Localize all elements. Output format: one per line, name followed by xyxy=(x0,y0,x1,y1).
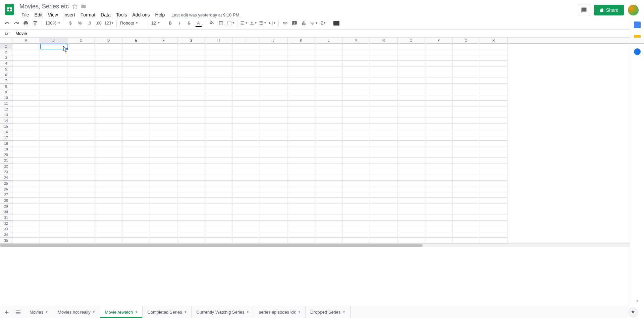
sheet-tab[interactable]: Movies not really▼ xyxy=(53,306,100,318)
cell[interactable] xyxy=(370,181,397,186)
cell[interactable] xyxy=(205,78,232,84)
cell[interactable] xyxy=(315,72,342,78)
cell[interactable] xyxy=(232,61,260,66)
column-header[interactable]: M xyxy=(342,38,370,43)
select-all-corner[interactable] xyxy=(0,38,12,44)
cell[interactable] xyxy=(12,152,40,158)
row-header[interactable]: 3 xyxy=(0,55,12,61)
cell[interactable] xyxy=(40,44,67,49)
cell[interactable] xyxy=(12,181,40,186)
rotation-button[interactable]: ▼ xyxy=(268,19,276,28)
row-header[interactable]: 34 xyxy=(0,232,12,238)
cell[interactable] xyxy=(287,44,315,49)
cell[interactable] xyxy=(67,49,95,55)
cell[interactable] xyxy=(342,55,370,61)
cell[interactable] xyxy=(260,215,287,221)
cell[interactable] xyxy=(260,55,287,61)
cell[interactable] xyxy=(95,181,122,186)
cell[interactable] xyxy=(205,112,232,118)
cell[interactable] xyxy=(12,198,40,203)
cell[interactable] xyxy=(480,152,507,158)
cell[interactable] xyxy=(122,72,150,78)
cell[interactable] xyxy=(122,209,150,215)
cell[interactable] xyxy=(287,158,315,164)
cell[interactable] xyxy=(232,203,260,209)
cell[interactable] xyxy=(260,72,287,78)
cell[interactable] xyxy=(370,66,397,72)
cell[interactable] xyxy=(122,106,150,112)
cell[interactable] xyxy=(122,135,150,141)
cell[interactable] xyxy=(397,232,425,238)
cell[interactable] xyxy=(232,221,260,226)
row-header[interactable]: 1 xyxy=(0,44,12,49)
cell[interactable] xyxy=(40,164,67,169)
cell[interactable] xyxy=(425,203,452,209)
cell[interactable] xyxy=(67,101,95,106)
cell[interactable] xyxy=(122,232,150,238)
cell[interactable] xyxy=(370,169,397,175)
cell[interactable] xyxy=(12,124,40,129)
row-header[interactable]: 16 xyxy=(0,129,12,135)
cell[interactable] xyxy=(150,89,177,95)
cell[interactable] xyxy=(40,192,67,198)
cell[interactable] xyxy=(232,198,260,203)
cell[interactable] xyxy=(177,55,205,61)
cell[interactable] xyxy=(150,181,177,186)
cell[interactable] xyxy=(370,141,397,146)
cell[interactable] xyxy=(342,101,370,106)
cell[interactable] xyxy=(40,209,67,215)
cell[interactable] xyxy=(12,203,40,209)
cell[interactable] xyxy=(370,112,397,118)
cell[interactable] xyxy=(452,232,480,238)
cell[interactable] xyxy=(177,146,205,152)
row-header[interactable]: 33 xyxy=(0,226,12,232)
cell[interactable] xyxy=(232,169,260,175)
row-header[interactable]: 22 xyxy=(0,164,12,169)
cell[interactable] xyxy=(177,66,205,72)
cell[interactable] xyxy=(287,238,315,243)
cell[interactable] xyxy=(12,186,40,192)
cell[interactable] xyxy=(397,95,425,101)
cell[interactable] xyxy=(480,89,507,95)
more-formats-button[interactable]: 123▼ xyxy=(104,19,114,28)
cell[interactable] xyxy=(397,238,425,243)
cell[interactable] xyxy=(370,203,397,209)
cell[interactable] xyxy=(397,61,425,66)
text-color-button[interactable]: A xyxy=(194,19,203,28)
italic-button[interactable]: I xyxy=(175,19,184,28)
row-header[interactable]: 17 xyxy=(0,135,12,141)
cell[interactable] xyxy=(122,192,150,198)
cell[interactable] xyxy=(67,141,95,146)
cell[interactable] xyxy=(342,186,370,192)
cell[interactable] xyxy=(370,186,397,192)
cell[interactable] xyxy=(452,112,480,118)
cell[interactable] xyxy=(95,203,122,209)
cell[interactable] xyxy=(370,232,397,238)
chevron-down-icon[interactable]: ▼ xyxy=(93,311,95,314)
cell[interactable] xyxy=(452,198,480,203)
cell[interactable] xyxy=(370,152,397,158)
cell[interactable] xyxy=(397,203,425,209)
cell[interactable] xyxy=(12,66,40,72)
cell[interactable] xyxy=(260,118,287,124)
functions-button[interactable]: Σ▼ xyxy=(319,19,328,28)
cell[interactable] xyxy=(397,118,425,124)
cell[interactable] xyxy=(232,84,260,89)
cell[interactable] xyxy=(342,72,370,78)
cell[interactable] xyxy=(397,221,425,226)
cell[interactable] xyxy=(260,221,287,226)
share-button[interactable]: Share xyxy=(594,5,624,15)
cell[interactable] xyxy=(232,129,260,135)
row-header[interactable]: 6 xyxy=(0,72,12,78)
cell[interactable] xyxy=(370,164,397,169)
cell[interactable] xyxy=(397,169,425,175)
cell[interactable] xyxy=(370,89,397,95)
cell[interactable] xyxy=(150,61,177,66)
account-avatar[interactable] xyxy=(628,5,639,15)
cell[interactable] xyxy=(480,226,507,232)
cell[interactable] xyxy=(12,215,40,221)
cell[interactable] xyxy=(95,129,122,135)
cell[interactable] xyxy=(150,49,177,55)
cell[interactable] xyxy=(177,106,205,112)
cell[interactable] xyxy=(452,118,480,124)
